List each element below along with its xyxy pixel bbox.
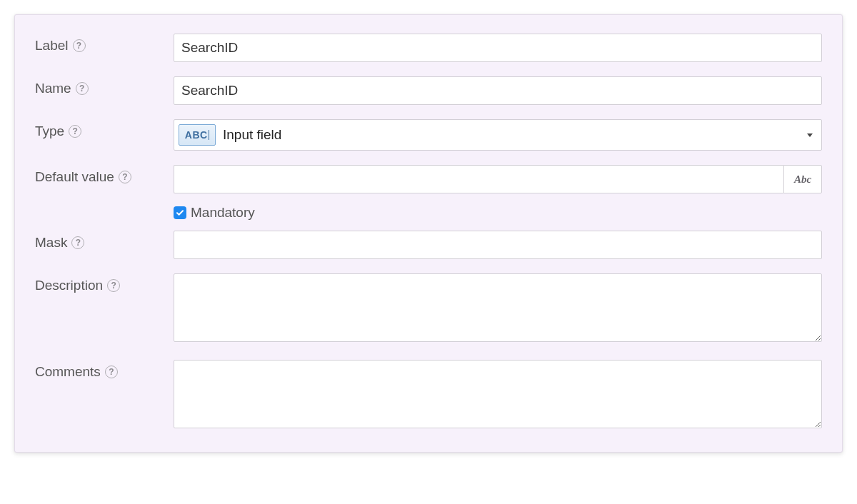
description-textarea[interactable] [174,273,822,342]
type-icon-text: ABC [185,129,208,141]
mandatory-checkbox[interactable] [174,206,186,219]
label-text: Description [35,278,103,293]
check-icon [176,208,184,217]
type-label: Type ? [35,119,174,139]
label-text: Type [35,124,64,139]
label-text: Label [35,38,69,54]
mandatory-label[interactable]: Mandatory [191,205,255,221]
label-text: Name [35,81,71,96]
name-label: Name ? [35,76,174,96]
row-default-value: Default value ? Abc [35,165,822,193]
default-value-input[interactable] [174,165,783,193]
type-select[interactable]: ABC Input field [174,119,822,151]
comments-textarea[interactable] [174,360,822,428]
help-icon[interactable]: ? [119,171,131,183]
row-comments: Comments ? [35,360,822,432]
row-type: Type ? ABC Input field [35,119,822,151]
abc-icon: Abc [794,173,811,186]
type-value: Input field [223,127,800,143]
mask-label: Mask ? [35,231,174,251]
help-icon[interactable]: ? [107,279,120,292]
label-text: Default value [35,169,114,185]
label-text: Mask [35,235,67,251]
row-label: Label ? [35,34,822,62]
mask-input[interactable] [174,231,822,259]
mandatory-spacer [35,205,174,209]
row-description: Description ? [35,273,822,346]
input-field-icon: ABC [179,124,216,146]
default-value-label: Default value ? [35,165,174,185]
description-label: Description ? [35,273,174,293]
default-value-group: Abc [174,165,822,193]
row-name: Name ? [35,76,822,105]
label-text: Comments [35,364,101,380]
chevron-down-icon [807,133,813,137]
help-icon[interactable]: ? [105,366,118,378]
help-icon[interactable]: ? [76,82,89,95]
help-icon[interactable]: ? [69,125,81,138]
form-panel: Label ? Name ? Type ? ABC [14,14,843,453]
text-cursor-icon [209,130,210,140]
label-label: Label ? [35,34,174,54]
row-mandatory: Mandatory [35,205,822,221]
label-input[interactable] [174,34,822,62]
row-mask: Mask ? [35,231,822,259]
comments-label: Comments ? [35,360,174,380]
name-input[interactable] [174,76,822,105]
expression-editor-button[interactable]: Abc [783,165,822,193]
help-icon[interactable]: ? [71,236,84,249]
help-icon[interactable]: ? [73,39,86,52]
